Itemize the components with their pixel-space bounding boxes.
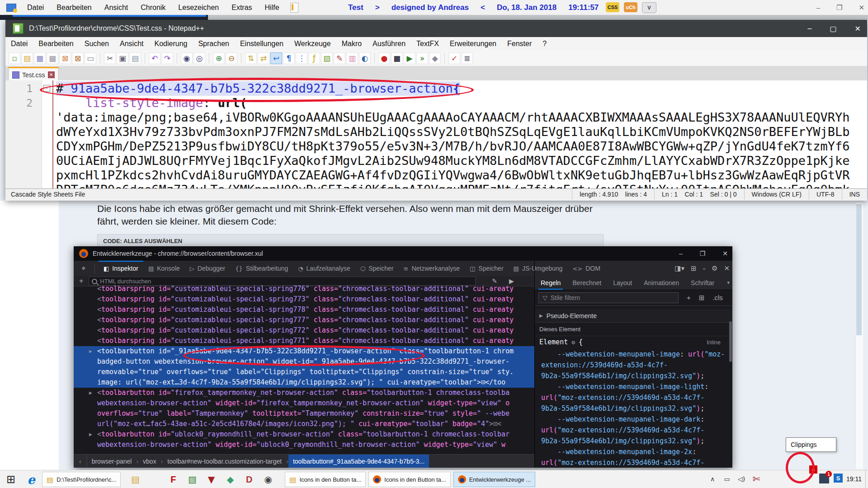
markup-row[interactable]: ▶<toolbarbutton id="ublock0_raymondhill_…: [74, 429, 534, 440]
indent-guide[interactable]: ⋮: [296, 52, 307, 64]
firefox-menu-item[interactable]: Chronik: [134, 4, 172, 12]
npp-close-button[interactable]: ✕: [855, 24, 861, 33]
rule-source-link[interactable]: Inline: [707, 339, 721, 346]
npp-menu-item[interactable]: Suchen: [79, 40, 114, 48]
tab-laufzeitanalyse[interactable]: ◔Laufzeitanalyse: [293, 261, 355, 276]
doc-edit[interactable]: ✎: [334, 52, 345, 64]
show-symbols[interactable]: ¶: [283, 52, 295, 64]
save-all[interactable]: ▩: [47, 52, 58, 64]
page-scrollbar-thumb[interactable]: [856, 204, 862, 335]
paste[interactable]: ▤: [129, 52, 141, 64]
npp-menu-item[interactable]: Erweiterungen: [444, 40, 502, 48]
macro-stop[interactable]: ■: [391, 52, 403, 64]
macro-run-multiple[interactable]: »: [416, 52, 428, 64]
firefox-restore-button[interactable]: ❐: [836, 4, 842, 12]
replace[interactable]: ◎: [193, 52, 205, 64]
print[interactable]: ▭: [85, 52, 96, 64]
markup-row[interactable]: ▶<toolbarbutton id="_91aa5abe-9de4-4347-…: [74, 346, 534, 357]
breadcrumb-item[interactable]: browser-panel: [87, 458, 137, 465]
new-file[interactable]: ▫: [9, 52, 20, 64]
breadcrumb-item[interactable]: vbox: [138, 458, 161, 465]
taskbar-button-folder[interactable]: ▤Icons in den Button ta...: [285, 472, 366, 487]
npp-editor[interactable]: 12 - #_91aa5abe-9de4-4347-b7b5-322c38dd9…: [5, 80, 867, 188]
css-extension-icon[interactable]: CSS: [606, 2, 619, 12]
tab-stilbearbeitung[interactable]: {}Stilbearbeitung: [230, 261, 293, 276]
taskbar-button-devtools[interactable]: Entwicklerwerkzeuge ...: [453, 472, 536, 487]
breadcrumb-item[interactable]: toolbar#new-toolbar.customization-target: [163, 458, 286, 465]
firefox-app-icon[interactable]: [6, 4, 16, 12]
style-filter-input[interactable]: ▽ Stile filtern: [538, 292, 679, 303]
find[interactable]: ◉: [181, 52, 193, 64]
clippings-tray-icon[interactable]: ✄: [749, 474, 764, 484]
devtools-titlebar[interactable]: Entwicklerwerkzeuge - chrome://browser/c…: [74, 246, 732, 261]
tray-chevron-icon[interactable]: ∧: [705, 475, 720, 483]
npp-menu-item[interactable]: TextFX: [411, 40, 444, 48]
zoom-out[interactable]: ⊖: [226, 52, 237, 64]
firefox-menu-item[interactable]: Hilfe: [259, 4, 286, 12]
markup-row[interactable]: removable="true" overflows="true" label=…: [74, 367, 534, 377]
app-green[interactable]: ◆: [221, 470, 240, 488]
spell-check[interactable]: ✓: [448, 52, 460, 64]
plugin[interactable]: ≣: [461, 52, 473, 64]
markup-view[interactable]: <toolbarspring id="customizableui-specia…: [74, 284, 534, 454]
devtools-close-button[interactable]: ✕: [722, 250, 728, 257]
firefox[interactable]: [145, 470, 164, 488]
screenshot[interactable]: ◉: [259, 470, 278, 488]
npp-menu-item[interactable]: Datei: [5, 40, 33, 48]
cut[interactable]: ✂: [104, 52, 116, 64]
uch-extension-icon[interactable]: uCh: [624, 2, 637, 12]
open-folder[interactable]: ▤: [21, 52, 33, 64]
notepadpp-titlebar[interactable]: D:\Test\Profilordner\chrome\CSS\Test.css…: [5, 20, 867, 37]
pseudo-elements-section[interactable]: ▶ Pseudo-Elemente: [535, 309, 732, 323]
photos[interactable]: ▧: [183, 470, 202, 488]
v-extension-icon[interactable]: V: [642, 2, 656, 13]
npp-menu-item[interactable]: Kodierung: [149, 40, 193, 48]
markup-row[interactable]: <toolbarspring id="customizableui-specia…: [74, 294, 534, 305]
tab-js-umgebung[interactable]: ▤JS-Umgebung: [509, 261, 568, 276]
firefox-close-button[interactable]: ✕: [859, 4, 864, 12]
tray-s-icon[interactable]: S: [834, 474, 843, 483]
markup-row[interactable]: <toolbarspring id="customizableui-specia…: [74, 315, 534, 325]
firefox-menu-item[interactable]: Extras: [225, 4, 258, 12]
function-list[interactable]: ƒ: [308, 52, 320, 64]
start-button[interactable]: ⊞: [0, 470, 22, 488]
element-picker-icon[interactable]: ⌖: [77, 263, 95, 274]
taskbar-button-firefox-1[interactable]: Icons in den Button ta...: [368, 472, 451, 487]
rules-tab-berechnet[interactable]: Berechnet: [566, 276, 607, 290]
downloader[interactable]: ▼: [202, 470, 221, 488]
breadcrumb-back-icon[interactable]: ‹: [74, 455, 87, 468]
edge-icon[interactable]: e: [22, 470, 41, 488]
close-all[interactable]: ⊠: [72, 52, 84, 64]
rule-gear-icon[interactable]: ⚙: [571, 339, 575, 346]
npp-menu-item[interactable]: Einstellungen: [235, 40, 289, 48]
settings-gear[interactable]: ⚙: [712, 264, 717, 272]
redo[interactable]: ↷: [161, 52, 173, 64]
npp-menu-item[interactable]: Ausführen: [367, 40, 411, 48]
css-declaration-line[interactable]: --webextension-menupanel-image-2x:: [535, 446, 732, 457]
markup-row[interactable]: ▶<toolbarbutton id="firefox_tampermonkey…: [74, 388, 534, 398]
css-declaration-line[interactable]: 9b2a-55a9f584e6b1/img/clippings32.svg");: [535, 371, 732, 381]
grid[interactable]: ⊞: [691, 264, 697, 272]
monitor[interactable]: ◐: [359, 52, 371, 64]
css-declaration-line[interactable]: --webextension-menupanel-image-dark:: [535, 414, 732, 425]
expander-icon[interactable]: ▶: [89, 388, 92, 398]
npp-menu-item[interactable]: Fenster: [502, 40, 537, 48]
class-panel[interactable]: .cls: [712, 294, 723, 301]
markup-row[interactable]: badged-button webextension-browser-actio…: [74, 357, 534, 367]
copy[interactable]: ▣: [117, 52, 128, 64]
tab-speicher-1[interactable]: ⬡Speicher: [355, 261, 399, 276]
npp-menu-item[interactable]: Werkzeuge: [289, 40, 336, 48]
document-map[interactable]: ▧: [321, 52, 333, 64]
rules-tab-overflow-icon[interactable]: ▾: [727, 280, 730, 286]
save[interactable]: ▦: [34, 52, 46, 64]
css-declaration-line[interactable]: --webextension-menupanel-image: url("moz…: [535, 349, 732, 360]
npp-menu-item[interactable]: ?: [537, 40, 552, 48]
firefox-menu-item[interactable]: Lesezeichen: [172, 4, 225, 12]
devtools-minimize-button[interactable]: –: [679, 250, 683, 257]
firefox-minimize-button[interactable]: –: [816, 4, 820, 11]
css-declaration-line[interactable]: extension://539d469d-a53d-4c7f-: [535, 360, 732, 371]
expander-icon[interactable]: ▶: [89, 429, 92, 440]
firefox-menu-item[interactable]: Ansicht: [98, 4, 134, 12]
close-file[interactable]: ⊠: [59, 52, 71, 64]
note-icon[interactable]: [290, 3, 298, 13]
